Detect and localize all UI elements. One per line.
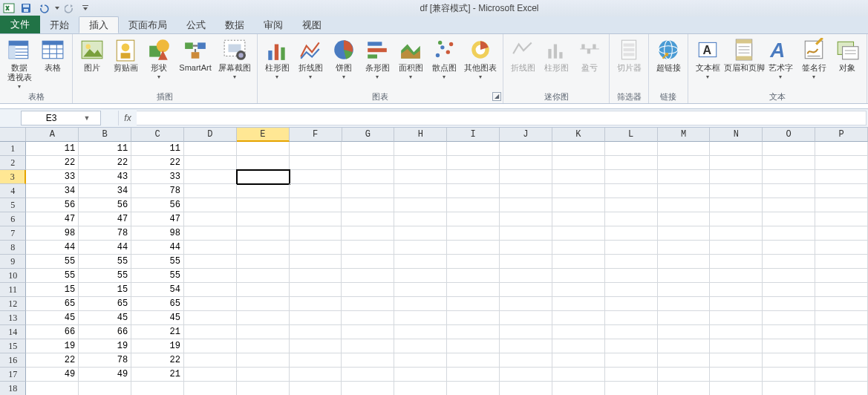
cell-A3[interactable]: 33 xyxy=(26,170,79,184)
cell-L13[interactable] xyxy=(605,311,658,325)
cell-A17[interactable]: 49 xyxy=(26,368,79,382)
cell-C13[interactable]: 45 xyxy=(131,311,184,325)
cell-D15[interactable] xyxy=(184,339,237,353)
cell-E7[interactable] xyxy=(237,226,290,241)
cell-H10[interactable] xyxy=(394,269,447,283)
cell-H4[interactable] xyxy=(394,184,447,198)
cell-A4[interactable]: 34 xyxy=(26,184,79,198)
redo-button[interactable] xyxy=(62,1,79,16)
cell-J9[interactable] xyxy=(500,255,552,269)
cell-J3[interactable] xyxy=(500,170,552,184)
row-header-14[interactable]: 14 xyxy=(0,325,26,339)
cell-P13[interactable] xyxy=(815,311,868,325)
cell-K12[interactable] xyxy=(552,297,605,311)
cell-O4[interactable] xyxy=(763,184,815,198)
cell-J13[interactable] xyxy=(500,311,552,325)
cell-C15[interactable]: 19 xyxy=(131,339,184,353)
cell-B8[interactable]: 44 xyxy=(79,241,131,255)
col-header-J[interactable]: J xyxy=(500,128,552,142)
cell-B5[interactable]: 56 xyxy=(79,198,131,212)
col-header-A[interactable]: A xyxy=(26,128,79,142)
cell-O6[interactable] xyxy=(763,212,815,226)
cell-E12[interactable] xyxy=(237,297,290,311)
cell-G17[interactable] xyxy=(342,368,394,382)
cell-D10[interactable] xyxy=(184,269,237,283)
row-header-11[interactable]: 11 xyxy=(0,283,26,297)
cell-D4[interactable] xyxy=(184,184,237,198)
cell-L9[interactable] xyxy=(605,255,658,269)
cell-H16[interactable] xyxy=(394,353,447,368)
cell-A1[interactable]: 11 xyxy=(26,142,79,156)
cell-A14[interactable]: 66 xyxy=(26,325,79,339)
cell-A5[interactable]: 56 xyxy=(26,198,79,212)
cell-G18[interactable] xyxy=(342,382,394,395)
col-header-E[interactable]: E xyxy=(237,128,290,142)
cell-F18[interactable] xyxy=(290,382,342,395)
cell-P5[interactable] xyxy=(815,198,868,212)
select-all-corner[interactable] xyxy=(0,128,26,142)
cell-O15[interactable] xyxy=(763,339,815,353)
file-tab[interactable]: 文件 xyxy=(0,16,40,33)
cell-M4[interactable] xyxy=(658,184,711,198)
cell-H13[interactable] xyxy=(394,311,447,325)
table-button[interactable]: 表格 xyxy=(36,36,69,73)
cell-A7[interactable]: 98 xyxy=(26,226,79,241)
col-header-D[interactable]: D xyxy=(184,128,237,142)
cell-P4[interactable] xyxy=(815,184,868,198)
cell-H6[interactable] xyxy=(394,212,447,226)
cell-E5[interactable] xyxy=(237,198,290,212)
row-header-2[interactable]: 2 xyxy=(0,156,26,170)
cell-B4[interactable]: 34 xyxy=(79,184,131,198)
cell-H7[interactable] xyxy=(394,226,447,241)
cell-N11[interactable] xyxy=(710,283,763,297)
row-header-16[interactable]: 16 xyxy=(0,353,26,368)
row-header-7[interactable]: 7 xyxy=(0,226,26,241)
cell-C2[interactable]: 22 xyxy=(131,156,184,170)
cell-N16[interactable] xyxy=(710,353,763,368)
cell-B17[interactable]: 49 xyxy=(79,368,131,382)
cell-F17[interactable] xyxy=(290,368,342,382)
cell-C1[interactable]: 11 xyxy=(131,142,184,156)
cell-N12[interactable] xyxy=(710,297,763,311)
cell-F11[interactable] xyxy=(290,283,342,297)
cell-P3[interactable] xyxy=(815,170,868,184)
shapes-button[interactable]: 形状▾ xyxy=(143,36,175,80)
cell-M17[interactable] xyxy=(658,368,711,382)
cell-I16[interactable] xyxy=(447,353,500,368)
cell-I7[interactable] xyxy=(447,226,500,241)
cell-P18[interactable] xyxy=(815,382,868,395)
cell-B2[interactable]: 22 xyxy=(79,156,131,170)
cell-G6[interactable] xyxy=(342,212,394,226)
hyperlink-button[interactable]: 超链接 xyxy=(652,36,685,73)
row-header-10[interactable]: 10 xyxy=(0,269,26,283)
cell-P8[interactable] xyxy=(815,241,868,255)
cell-K14[interactable] xyxy=(552,325,605,339)
cell-H14[interactable] xyxy=(394,325,447,339)
area-button[interactable]: 面积图▾ xyxy=(394,36,427,80)
cell-N5[interactable] xyxy=(710,198,763,212)
cell-F2[interactable] xyxy=(290,156,342,170)
cell-B16[interactable]: 78 xyxy=(79,353,131,368)
cell-L7[interactable] xyxy=(605,226,658,241)
tab-页面布局[interactable]: 页面布局 xyxy=(119,16,177,33)
cell-D11[interactable] xyxy=(184,283,237,297)
row-header-12[interactable]: 12 xyxy=(0,297,26,311)
cell-L4[interactable] xyxy=(605,184,658,198)
cell-N15[interactable] xyxy=(710,339,763,353)
cell-P11[interactable] xyxy=(815,283,868,297)
cell-A18[interactable] xyxy=(26,382,79,395)
col-header-O[interactable]: O xyxy=(763,128,815,142)
row-header-13[interactable]: 13 xyxy=(0,311,26,325)
cell-L18[interactable] xyxy=(605,382,658,395)
cell-L3[interactable] xyxy=(605,170,658,184)
cell-J18[interactable] xyxy=(500,382,552,395)
cell-H2[interactable] xyxy=(394,156,447,170)
clipart-button[interactable]: 剪贴画 xyxy=(109,36,142,73)
row-header-3[interactable]: 3 xyxy=(0,170,26,184)
cell-F6[interactable] xyxy=(290,212,342,226)
other-button[interactable]: 其他图表▾ xyxy=(461,36,500,80)
cell-M13[interactable] xyxy=(658,311,711,325)
cell-J1[interactable] xyxy=(500,142,552,156)
cell-L14[interactable] xyxy=(605,325,658,339)
cell-N14[interactable] xyxy=(710,325,763,339)
